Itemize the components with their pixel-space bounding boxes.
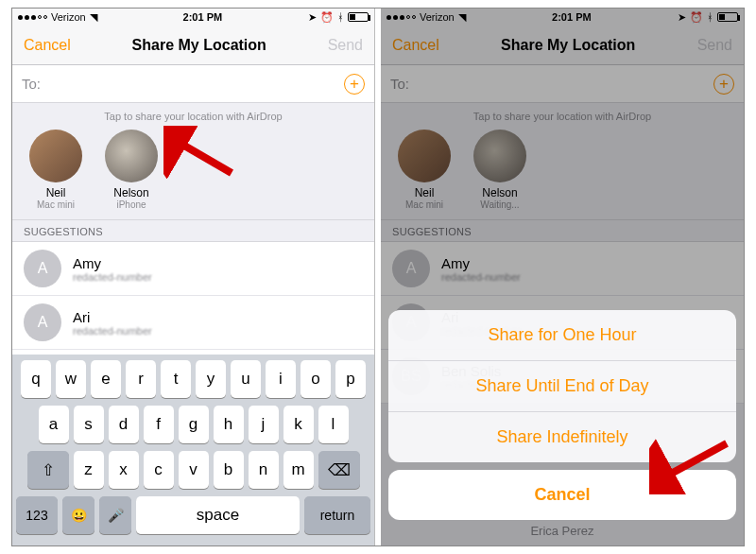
key-p[interactable]: p bbox=[335, 360, 366, 398]
key-i[interactable]: i bbox=[266, 360, 296, 398]
key-z[interactable]: z bbox=[74, 451, 104, 489]
suggestions-header: SUGGESTIONS bbox=[12, 219, 374, 242]
key-backspace[interactable]: ⌫ bbox=[318, 451, 360, 489]
action-sheet: Share for One Hour Share Until End of Da… bbox=[388, 310, 736, 538]
nav-bar: Cancel Share My Location Send bbox=[12, 26, 374, 65]
key-v[interactable]: v bbox=[179, 451, 209, 489]
key-e[interactable]: e bbox=[91, 360, 121, 398]
list-item[interactable]: A Ariredacted-number bbox=[12, 296, 374, 350]
page-title: Share My Location bbox=[132, 37, 266, 54]
airdrop-name: Neil bbox=[26, 186, 86, 199]
key-r[interactable]: r bbox=[126, 360, 156, 398]
location-icon: ➤ bbox=[308, 11, 317, 24]
send-button: Send bbox=[328, 37, 363, 54]
to-field[interactable]: To: + bbox=[12, 65, 374, 103]
battery-icon bbox=[348, 12, 369, 22]
key-x[interactable]: x bbox=[109, 451, 139, 489]
key-n[interactable]: n bbox=[249, 451, 279, 489]
airdrop-device: Mac mini bbox=[26, 199, 86, 210]
airdrop-device: iPhone bbox=[101, 199, 162, 210]
share-end-of-day-button[interactable]: Share Until End of Day bbox=[388, 361, 736, 412]
key-d[interactable]: d bbox=[109, 406, 139, 443]
key-return[interactable]: return bbox=[304, 496, 370, 534]
signal-dots-icon bbox=[18, 15, 47, 20]
phone-screen-left: Verizon ◥ 2:01 PM ➤ ⏰ ᚼ Cancel Share My … bbox=[12, 9, 375, 545]
carrier-label: Verizon bbox=[51, 11, 86, 23]
airdrop-person-nelson[interactable]: Nelson iPhone bbox=[101, 130, 162, 210]
key-k[interactable]: k bbox=[284, 406, 314, 443]
status-bar: Verizon ◥ 2:01 PM ➤ ⏰ ᚼ bbox=[12, 9, 374, 26]
key-g[interactable]: g bbox=[179, 406, 209, 443]
key-j[interactable]: j bbox=[249, 406, 279, 443]
airdrop-person-neil[interactable]: Neil Mac mini bbox=[26, 130, 86, 210]
key-f[interactable]: f bbox=[144, 406, 174, 443]
below-contact-name: Erica Perez bbox=[388, 524, 736, 538]
contact-detail: redacted-number bbox=[73, 271, 152, 283]
airdrop-name: Nelson bbox=[101, 186, 162, 199]
wifi-icon: ◥ bbox=[90, 11, 97, 24]
key-q[interactable]: q bbox=[21, 360, 51, 398]
add-contact-button[interactable]: + bbox=[344, 74, 365, 95]
svg-line-1 bbox=[661, 443, 727, 479]
list-item[interactable]: A Amyredacted-number bbox=[12, 242, 374, 296]
avatar: A bbox=[24, 250, 61, 287]
avatar: A bbox=[24, 303, 61, 341]
airdrop-hint: Tap to share your location with AirDrop bbox=[12, 103, 374, 126]
bluetooth-icon: ᚼ bbox=[337, 11, 344, 23]
key-a[interactable]: a bbox=[39, 406, 69, 443]
key-b[interactable]: b bbox=[214, 451, 244, 489]
key-space[interactable]: space bbox=[136, 496, 300, 534]
svg-line-0 bbox=[173, 139, 232, 173]
key-l[interactable]: l bbox=[318, 406, 349, 443]
phone-screen-right: Verizon ◥ 2:01 PM ➤ ⏰ ᚼ Cancel Share My … bbox=[381, 9, 744, 545]
cancel-button[interactable]: Cancel bbox=[24, 37, 71, 54]
key-y[interactable]: y bbox=[196, 360, 226, 398]
contact-name: Ari bbox=[73, 309, 152, 325]
contact-detail: redacted-number bbox=[73, 325, 152, 337]
key-emoji[interactable]: 😀 bbox=[62, 496, 94, 534]
key-o[interactable]: o bbox=[301, 360, 331, 398]
annotation-arrow-icon bbox=[649, 438, 734, 494]
key-h[interactable]: h bbox=[214, 406, 244, 443]
avatar bbox=[105, 130, 158, 182]
key-shift[interactable]: ⇧ bbox=[27, 451, 69, 489]
key-w[interactable]: w bbox=[56, 360, 86, 398]
key-mic[interactable]: 🎤 bbox=[99, 496, 131, 534]
contact-name: Amy bbox=[73, 255, 152, 271]
avatar bbox=[29, 130, 82, 182]
alarm-icon: ⏰ bbox=[320, 11, 334, 24]
key-c[interactable]: c bbox=[144, 451, 174, 489]
annotation-arrow-icon bbox=[163, 126, 239, 182]
key-u[interactable]: u bbox=[231, 360, 261, 398]
key-s[interactable]: s bbox=[74, 406, 104, 443]
key-m[interactable]: m bbox=[284, 451, 314, 489]
key-t[interactable]: t bbox=[161, 360, 191, 398]
keyboard[interactable]: q w e r t y u i o p a s d f g h j k l bbox=[12, 355, 374, 545]
clock-label: 2:01 PM bbox=[183, 11, 223, 23]
to-label: To: bbox=[22, 76, 41, 92]
share-one-hour-button[interactable]: Share for One Hour bbox=[388, 310, 736, 361]
key-123[interactable]: 123 bbox=[16, 496, 58, 534]
